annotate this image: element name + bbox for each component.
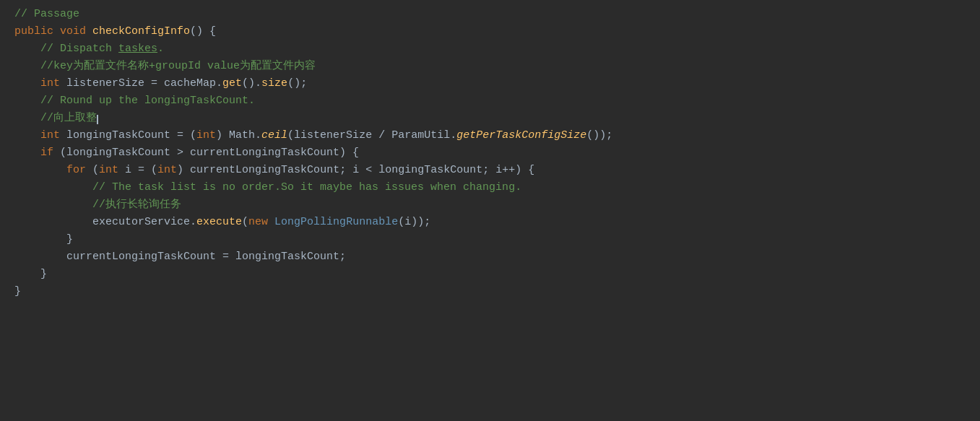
line-2: //key为配置文件名称+groupId value为配置文件内容 (0, 58, 980, 75)
line-1: // Dispatch taskes. (0, 40, 980, 58)
line-6: int longingTaskCount = (int) Math.ceil(l… (0, 127, 980, 144)
line-method-sig: public void checkConfigInfo() { (0, 23, 980, 40)
line-10: //执行长轮询任务 (0, 196, 980, 214)
line-7: if (longingTaskCount > currentLongingTas… (0, 144, 980, 162)
line-8: for (int i = (int) currentLongingTaskCou… (0, 162, 980, 179)
line-4: // Round up the longingTaskCount. (0, 92, 980, 110)
line-12: } (0, 231, 980, 248)
line-14: } (0, 266, 980, 283)
line-13: currentLongingTaskCount = longingTaskCou… (0, 248, 980, 266)
line-9: // The task list is no order.So it maybe… (0, 179, 980, 196)
line-15: } (0, 283, 980, 300)
line-11: executorService.execute(new LongPollingR… (0, 214, 980, 231)
line-3: int listenerSize = cacheMap.get().size()… (0, 75, 980, 92)
line-header: // Passage (0, 6, 980, 23)
line-5: //向上取整 (0, 110, 980, 127)
text-cursor (97, 115, 98, 125)
code-editor: // Passage public void checkConfigInfo()… (0, 0, 980, 421)
